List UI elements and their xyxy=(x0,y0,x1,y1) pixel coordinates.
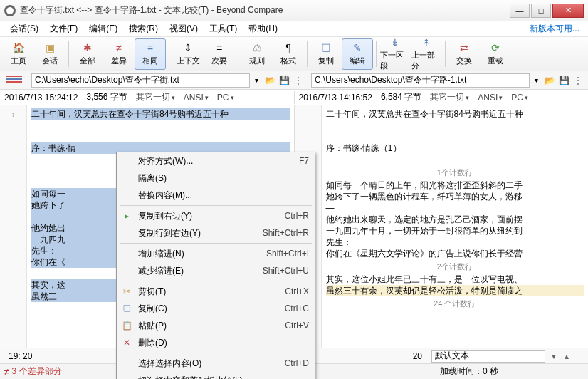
cm-compare-clip[interactable]: 把选择内容和剪贴板比较(L) xyxy=(117,372,315,379)
minimize-button[interactable]: — xyxy=(510,4,530,18)
right-text[interactable]: 二十年间，汉芙总共在查令十字街84号购书近五十种 ---------------… xyxy=(322,105,589,352)
left-cursor-pos: 19: 20 xyxy=(0,351,41,361)
tool-minor-label: 次要 xyxy=(211,56,227,66)
left-date: 2016/7/13 15:24:12 xyxy=(4,93,78,103)
cm-replace[interactable]: 替换内容(M)... xyxy=(117,187,315,204)
cm-shortcut: Ctrl+V xyxy=(285,321,309,331)
rules-icon: ⚖ xyxy=(251,41,263,54)
cm-copy-right[interactable]: ▸复制到右边(Y)Ctrl+R xyxy=(117,207,315,224)
cm-label: 剪切(T) xyxy=(138,286,166,298)
open-right-icon[interactable]: 📂 xyxy=(544,75,555,86)
cm-add-indent[interactable]: 增加缩进(N)Shift+Ctrl+I xyxy=(117,245,315,262)
tool-context-label: 上下文 xyxy=(177,56,200,66)
cm-align[interactable]: 对齐方式(W)...F7 xyxy=(117,152,315,170)
tool-reload[interactable]: ⟳重载 xyxy=(480,38,511,70)
line: 她跨下了一辆黑色的计程车，纤巧单薄的女人，游移 xyxy=(326,191,584,202)
cm-delete[interactable]: ✕删除(D) xyxy=(117,334,315,351)
folder-icon: ▣ xyxy=(43,41,56,54)
menu-edit[interactable]: 编辑(E) xyxy=(83,21,123,36)
tool-next-label: 下一区段 xyxy=(380,50,410,71)
hist-right-icon[interactable]: ⋮ xyxy=(572,75,584,86)
nav-down-icon[interactable]: ▾ xyxy=(548,351,560,362)
tool-prev-label: 上一部分 xyxy=(411,50,441,71)
line: 序：书缘·情缘（1） xyxy=(326,142,584,154)
toolbar: 🏠主页 ▣会话 ✱全部 ≠差异 =相同 ⇕上下文 ≡次要 ⚖规则 ¶格式 ❏复制… xyxy=(0,37,588,71)
menu-view[interactable]: 视图(V) xyxy=(164,21,204,36)
right-path-field[interactable]: C:\Users\echo\Desktop\查令十字路-1.txt xyxy=(311,73,530,88)
section-label: 24 个计数行 xyxy=(326,296,584,311)
hist-left-icon[interactable]: ⋮ xyxy=(293,75,304,86)
tool-same[interactable]: =相同 xyxy=(135,38,166,70)
tool-swap-label: 交换 xyxy=(456,56,472,66)
home-icon: 🏠 xyxy=(12,41,25,54)
tool-format[interactable]: ¶格式 xyxy=(273,38,304,70)
tool-context[interactable]: ⇕上下文 xyxy=(172,38,204,70)
cm-paste[interactable]: 📋粘贴(P)Ctrl+V xyxy=(117,317,315,334)
nav-up-icon[interactable]: ▴ xyxy=(561,351,572,362)
tool-next-section[interactable]: ↡下一区段 xyxy=(379,38,411,70)
cm-isolate[interactable]: 隔离(S) xyxy=(117,170,315,187)
right-date: 2016/7/13 14:16:52 xyxy=(299,93,372,103)
left-gutter: ↕ xyxy=(0,105,27,352)
menu-tools[interactable]: 工具(T) xyxy=(204,21,243,36)
maximize-button[interactable]: □ xyxy=(531,4,551,18)
copy-icon: ❏ xyxy=(320,41,332,54)
format-icon: ¶ xyxy=(282,41,295,54)
minor-icon: ≡ xyxy=(213,41,226,54)
cm-shortcut: Shift+Ctrl+I xyxy=(266,249,309,259)
menu-session[interactable]: 会话(S) xyxy=(4,21,44,36)
cm-cut[interactable]: ✂剪切(T)Ctrl+X xyxy=(117,283,315,300)
save-right-icon[interactable]: 💾 xyxy=(558,75,569,86)
right-ansi-drop[interactable]: ANSI xyxy=(478,93,503,103)
cm-copy-line-right[interactable]: 复制行到右边(Y)Shift+Ctrl+R xyxy=(117,224,315,242)
right-misc-drop[interactable]: 其它一切 xyxy=(430,91,469,103)
menu-help[interactable]: 帮助(H) xyxy=(243,21,283,36)
left-path-field[interactable]: C:\Users\echo\Desktop\查令十字街.txt xyxy=(31,73,250,88)
menu-file[interactable]: 文件(F) xyxy=(44,21,83,36)
compare-tab[interactable] xyxy=(0,72,28,89)
line: 虽然三十有余，汉芙却仍是轻松活泼，特别是简牍之 xyxy=(326,285,584,296)
default-text-input[interactable] xyxy=(431,350,545,363)
diff-count: 3 个差异部分 xyxy=(4,365,62,378)
cm-dec-indent[interactable]: 减少缩进(E)Shift+Ctrl+U xyxy=(117,262,315,279)
app-icon xyxy=(4,5,16,16)
tool-swap[interactable]: ⇄交换 xyxy=(448,38,480,70)
cm-shortcut: Ctrl+C xyxy=(285,303,309,313)
tool-same-label: 相同 xyxy=(142,56,158,66)
tool-home[interactable]: 🏠主页 xyxy=(3,38,34,70)
tool-edit[interactable]: ✎编辑 xyxy=(342,38,373,70)
open-left-icon[interactable]: 📂 xyxy=(264,75,275,86)
tool-minor[interactable]: ≡次要 xyxy=(204,38,235,70)
menu-search[interactable]: 搜索(R) xyxy=(123,21,164,36)
all-icon: ✱ xyxy=(81,41,94,54)
edit-icon: ✎ xyxy=(351,41,364,54)
tool-prev-section[interactable]: ↟上一部分 xyxy=(411,38,442,70)
line: 你们在《星期六文学评论》的广告上说你们长于经营 xyxy=(326,248,584,259)
left-size: 3,556 字节 xyxy=(86,91,127,103)
cm-copy[interactable]: ❏复制(C)Ctrl+C xyxy=(117,300,315,317)
tool-session[interactable]: ▣会话 xyxy=(34,38,65,70)
left-pc-drop[interactable]: PC xyxy=(217,93,234,103)
section-label: 1个计数行 xyxy=(326,165,584,180)
line: — xyxy=(326,202,584,214)
tool-rules-label: 规则 xyxy=(249,56,265,66)
right-pane[interactable]: 二十年间，汉芙总共在查令十字街84号购书近五十种 ---------------… xyxy=(295,105,589,352)
right-pc-drop[interactable]: PC xyxy=(511,93,528,103)
swap-icon: ⇄ xyxy=(458,41,471,54)
cm-label: 选择选择内容(O) xyxy=(138,358,201,370)
line: 如同每一个晴日的上午，阳光将这排歪歪斜斜的二手 xyxy=(326,180,584,191)
update-link[interactable]: 新版本可用... xyxy=(530,23,584,35)
tool-all[interactable]: ✱全部 xyxy=(72,38,103,70)
tool-session-label: 会话 xyxy=(42,56,58,66)
left-misc-drop[interactable]: 其它一切 xyxy=(136,91,175,103)
cm-label: 对齐方式(W)... xyxy=(138,155,193,167)
save-left-icon[interactable]: 💾 xyxy=(278,75,290,86)
left-ansi-drop[interactable]: ANSI xyxy=(184,93,209,103)
tool-copy[interactable]: ❏复制 xyxy=(310,38,342,70)
tool-rules[interactable]: ⚖规则 xyxy=(241,38,273,70)
tool-diff[interactable]: ≠差异 xyxy=(103,38,135,70)
line: 二十年间，汉芙总共在查令十字街84号购书近五十种 xyxy=(326,108,584,120)
context-icon: ⇕ xyxy=(182,41,194,54)
cm-select[interactable]: 选择选择内容(O)Ctrl+D xyxy=(117,355,315,372)
close-button[interactable]: ✕ xyxy=(552,4,584,18)
